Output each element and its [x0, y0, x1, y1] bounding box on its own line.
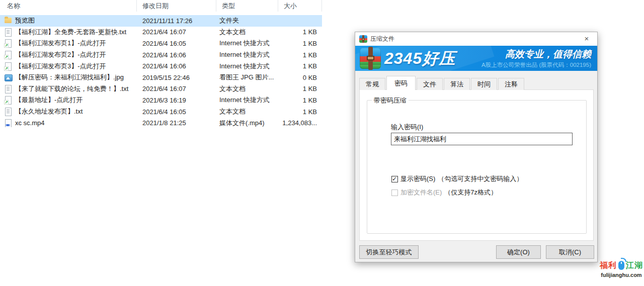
banner-subtitle: A股上市公司荣誉出品 (股票代码：002195)	[481, 61, 591, 69]
file-date: 2019/5/15 22:46	[137, 74, 216, 81]
password-tab-panel: 带密码压缩 输入密码(I) 显示密码(S) （勾选可支持中文密码输入） 加密文件…	[359, 89, 594, 241]
column-header-type[interactable]: 类型	[216, 0, 278, 12]
file-size: 1 KB	[278, 85, 322, 92]
file-size: 1,234,083...	[278, 119, 322, 127]
file-row[interactable]: 【永久地址发布页】.txt 2021/6/4 16:05 文本文档 1 KB	[0, 106, 322, 118]
shortcut-arrow-icon: ↗	[4, 100, 9, 105]
fulijianghu-watermark: 福利 江湖 fulijianghu.com	[599, 259, 644, 278]
file-type: Internet 快捷方式	[216, 39, 278, 48]
cancel-button[interactable]: 取消(C)	[546, 245, 594, 259]
file-row[interactable]: 【来了就能下载的论坛，纯免费！】.txt 2021/6/4 16:07 文本文档…	[0, 83, 322, 95]
switch-lite-mode-button[interactable]: 切换至轻巧模式	[359, 245, 419, 259]
file-size: 1 KB	[278, 108, 322, 116]
mouse-icon	[618, 261, 624, 270]
text-file-icon	[4, 28, 12, 36]
internet-shortcut-icon: ↗	[4, 51, 12, 59]
file-row[interactable]: ↗【最新地址】-点此打开 2021/6/3 16:19 Internet 快捷方…	[0, 94, 322, 106]
media-file-icon	[4, 119, 12, 127]
tab-password[interactable]: 密码	[386, 76, 416, 90]
folder-icon	[4, 17, 12, 25]
column-header-date[interactable]: 修改日期	[137, 0, 216, 12]
tab-general[interactable]: 常规	[359, 78, 385, 90]
ok-button[interactable]: 确定(O)	[496, 245, 541, 259]
file-name: 【解压密码：来福利江湖找福利】.jpg	[15, 73, 124, 82]
file-date: 2021/6/4 16:05	[137, 108, 216, 116]
internet-shortcut-icon: ↗	[4, 39, 12, 47]
file-row[interactable]: ↗【福利江湖发布页1】-点此打开 2021/6/4 16:05 Internet…	[0, 38, 322, 49]
file-row[interactable]: 【解压密码：来福利江湖找福利】.jpg 2019/5/15 22:46 看图王 …	[0, 72, 322, 83]
file-name: 【福利江湖发布页1】-点此打开	[15, 39, 106, 48]
file-name: 预览图	[15, 16, 35, 25]
file-date: 2021/6/3 16:19	[137, 97, 216, 104]
haozip-app-icon	[359, 35, 367, 43]
encrypt-names-checkbox[interactable]	[391, 189, 398, 196]
file-size: 0 KB	[278, 74, 322, 81]
file-row[interactable]: xc sc.mp4 2021/1/8 21:25 媒体文件(.mp4) 1,23…	[0, 117, 322, 129]
groupbox-title: 带密码压缩	[372, 96, 409, 105]
file-type: 文本文档	[216, 84, 278, 93]
tab-algorithm[interactable]: 算法	[444, 78, 470, 90]
password-groupbox: 带密码压缩 输入密码(I) 显示密码(S) （勾选可支持中文密码输入） 加密文件…	[367, 100, 587, 234]
file-row[interactable]: 【福利江湖】全免费-无套路-更新快.txt 2021/6/4 16:07 文本文…	[0, 27, 322, 38]
shortcut-arrow-icon: ↗	[4, 66, 9, 71]
watermark-text-left: 福利	[600, 260, 617, 271]
password-input[interactable]	[391, 133, 573, 145]
close-icon[interactable]: ×	[579, 34, 594, 44]
file-row[interactable]: ↗【福利江湖发布页3】-点此打开 2021/6/4 16:06 Internet…	[0, 60, 322, 72]
file-type: Internet 快捷方式	[216, 62, 278, 71]
dialog-tabs: 常规 密码 文件 算法 时间 注释	[359, 76, 525, 90]
file-date: 2021/6/4 16:05	[137, 40, 216, 47]
file-type: 文件夹	[216, 16, 278, 25]
file-name: 【福利江湖发布页2】-点此打开	[15, 50, 106, 59]
file-type: 媒体文件(.mp4)	[216, 119, 278, 128]
text-file-icon	[4, 108, 12, 116]
tab-time[interactable]: 时间	[471, 78, 497, 90]
file-type: 看图王 JPG 图片...	[216, 73, 278, 82]
file-row[interactable]: ↗【福利江湖发布页2】-点此打开 2021/6/4 16:06 Internet…	[0, 49, 322, 61]
text-file-icon	[4, 85, 12, 93]
file-type: 文本文档	[216, 28, 278, 37]
column-header-name[interactable]: 名称	[0, 0, 137, 12]
file-date: 2021/11/11 17:26	[137, 17, 216, 25]
brand-name: 2345好压	[384, 48, 455, 70]
watermark-text-right: 江湖	[626, 260, 643, 271]
file-name: 【永久地址发布页】.txt	[15, 107, 83, 116]
banner-tagline: 高效专业，值得信赖	[505, 48, 591, 61]
file-name: 【最新地址】-点此打开	[15, 96, 83, 105]
password-input-label: 输入密码(I)	[391, 123, 423, 132]
file-explorer-list: 名称 修改日期 类型 大小 预览图 2021/11/11 17:26 文件夹 【…	[0, 0, 322, 12]
compress-file-dialog: 压缩文件 × 2345好压 高效专业，值得信赖 A股上市公司荣誉出品 (股票代码…	[355, 32, 598, 262]
show-password-label: 显示密码(S)	[400, 174, 435, 183]
internet-shortcut-icon: ↗	[4, 96, 12, 104]
file-name: 【福利江湖发布页3】-点此打开	[15, 62, 106, 71]
jpg-image-icon	[4, 73, 12, 81]
tab-files[interactable]: 文件	[417, 78, 443, 90]
tab-comment[interactable]: 注释	[498, 78, 524, 90]
haozip-banner: 2345好压 高效专业，值得信赖 A股上市公司荣誉出品 (股票代码：002195…	[355, 46, 597, 71]
file-size: 1 KB	[278, 62, 322, 70]
haozip-logo-icon	[360, 48, 381, 69]
show-password-row: 显示密码(S) （勾选可支持中文密码输入）	[391, 174, 523, 183]
dialog-titlebar[interactable]: 压缩文件 ×	[355, 32, 597, 46]
file-name: 【来了就能下载的论坛，纯免费！】.txt	[15, 84, 128, 93]
file-type: 文本文档	[216, 107, 278, 116]
file-row[interactable]: 预览图 2021/11/11 17:26 文件夹	[0, 15, 322, 27]
file-date: 2021/6/4 16:07	[137, 85, 216, 92]
column-headers: 名称 修改日期 类型 大小	[0, 0, 322, 12]
file-name: xc sc.mp4	[15, 119, 45, 127]
encrypt-names-label: 加密文件名(E)	[400, 188, 442, 197]
encrypt-names-hint: （仅支持7z格式）	[444, 188, 497, 197]
file-date: 2021/6/4 16:07	[137, 28, 216, 36]
file-type: Internet 快捷方式	[216, 50, 278, 59]
file-date: 2021/1/8 21:25	[137, 119, 216, 127]
file-name: 【福利江湖】全免费-无套路-更新快.txt	[15, 28, 126, 37]
watermark-domain: fulijianghu.com	[599, 272, 644, 278]
show-password-checkbox[interactable]	[391, 176, 398, 182]
column-header-size[interactable]: 大小	[278, 0, 322, 12]
file-size: 1 KB	[278, 51, 322, 59]
dialog-title: 压缩文件	[370, 35, 394, 43]
screen: 名称 修改日期 类型 大小 预览图 2021/11/11 17:26 文件夹 【…	[0, 0, 644, 286]
file-date: 2021/6/4 16:06	[137, 62, 216, 70]
file-size: 1 KB	[278, 40, 322, 47]
show-password-hint: （勾选可支持中文密码输入）	[438, 174, 523, 183]
